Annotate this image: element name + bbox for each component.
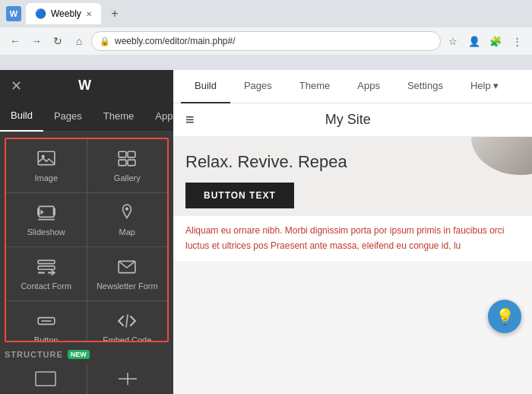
left-panel: ✕ W Build Pages Theme Apps Image [0, 70, 173, 394]
tab-theme[interactable]: Theme [93, 101, 144, 132]
editor-tab-pages[interactable]: Pages [230, 70, 286, 103]
address-bar[interactable]: 🔒 weebly.com/editor/main.php#/ [91, 31, 441, 51]
box-icon [35, 371, 56, 386]
svg-rect-19 [36, 372, 55, 386]
editor-topbar: Build Pages Theme Apps Settings Help ▾ [173, 70, 532, 103]
svg-rect-2 [119, 151, 126, 157]
left-panel-header: ✕ W [0, 70, 173, 101]
editor-tab-apps[interactable]: Apps [344, 70, 394, 103]
svg-rect-0 [38, 151, 55, 164]
widget-map[interactable]: Map [87, 193, 168, 246]
svg-line-18 [126, 314, 128, 327]
widget-embed-code[interactable]: Embed Code [87, 301, 168, 342]
widget-image-label: Image [34, 173, 58, 183]
menu-button[interactable]: ⋮ [508, 32, 526, 50]
fab-icon: 💡 [496, 307, 515, 326]
structure-item-box[interactable] [5, 364, 87, 394]
button-icon [36, 311, 56, 331]
browser-icon: W [6, 6, 21, 21]
tab-close-button[interactable]: ✕ [86, 10, 92, 18]
new-badge: NEW [68, 350, 90, 359]
svg-rect-9 [52, 208, 55, 215]
site-preview: ≡ My Site Relax. Revive. Repea BUTTON TE… [173, 103, 532, 261]
widget-button-label: Button [34, 335, 59, 342]
editor-tab-build[interactable]: Build [181, 70, 230, 103]
widget-button[interactable]: Button [6, 301, 87, 342]
slideshow-icon [36, 203, 56, 223]
editor-tab-settings[interactable]: Settings [394, 70, 457, 103]
hamburger-menu[interactable]: ≡ [185, 111, 195, 129]
divider-icon [117, 371, 138, 386]
tab-pages[interactable]: Pages [43, 101, 93, 132]
contact-form-icon [36, 257, 56, 277]
tab-apps[interactable]: Apps [144, 101, 173, 132]
content-section: Aliquam eu ornare nibh. Morbi dignissim … [173, 216, 532, 260]
profile-button[interactable]: 👤 [465, 32, 483, 50]
widget-slideshow-label: Slideshow [27, 227, 65, 237]
structure-item-divider[interactable] [87, 364, 169, 394]
svg-rect-3 [128, 151, 135, 157]
nav-actions: ☆ 👤 🧩 ⋮ [444, 32, 526, 50]
svg-rect-4 [119, 160, 126, 166]
new-tab-button[interactable]: + [106, 5, 124, 23]
hero-section: Relax. Revive. Repea BUTTON TEXT [173, 137, 532, 216]
widget-contact-form[interactable]: Contact Form [6, 247, 87, 300]
tab-build[interactable]: Build [0, 101, 43, 132]
weebly-logo: W [78, 78, 91, 94]
image-icon [36, 149, 56, 169]
preview-header: ≡ My Site [173, 103, 532, 137]
widget-contact-form-label: Contact Form [21, 281, 71, 291]
widget-slideshow[interactable]: Slideshow [6, 193, 87, 246]
map-icon [117, 203, 137, 223]
back-button[interactable]: ← [6, 32, 24, 50]
structure-grid [5, 364, 169, 394]
widget-gallery[interactable]: Gallery [87, 139, 168, 192]
widget-gallery-label: Gallery [114, 173, 141, 183]
bookmark-button[interactable]: ☆ [444, 32, 462, 50]
content-text-highlight: Aliquam eu ornare nibh. Morbi dignissim … [185, 225, 505, 250]
structure-header: STRUCTURE NEW [5, 350, 169, 359]
content-text: Aliquam eu ornare nibh. Morbi dignissim … [185, 224, 520, 253]
tab-title: Weebly [51, 8, 81, 19]
extension-button[interactable]: 🧩 [486, 32, 505, 50]
close-panel-button[interactable]: ✕ [11, 78, 22, 94]
structure-title: STRUCTURE [5, 350, 63, 359]
svg-rect-12 [38, 265, 55, 268]
hero-text: Relax. Revive. Repea [185, 152, 520, 172]
browser-chrome: W 🔵 Weebly ✕ + ← → ↻ ⌂ 🔒 weebly.com/edit… [0, 0, 532, 70]
nav-tabs: Build Pages Theme Apps [0, 101, 173, 132]
editor-tab-theme[interactable]: Theme [286, 70, 344, 103]
tab-favicon: 🔵 [35, 8, 46, 19]
title-bar: W 🔵 Weebly ✕ + [0, 0, 532, 27]
widget-map-label: Map [119, 227, 135, 237]
refresh-button[interactable]: ↻ [49, 32, 67, 50]
structure-section: STRUCTURE NEW [0, 345, 173, 394]
svg-rect-8 [37, 208, 40, 215]
svg-point-10 [125, 207, 128, 210]
widget-newsletter-form-label: Newsletter Form [97, 281, 158, 291]
right-panel: Build Pages Theme Apps Settings Help ▾ ≡… [173, 70, 532, 394]
forward-button[interactable]: → [27, 32, 46, 50]
lock-icon: 🔒 [100, 37, 110, 46]
editor-tab-help[interactable]: Help ▾ [457, 70, 512, 103]
svg-rect-11 [38, 260, 55, 263]
nav-bar: ← → ↻ ⌂ 🔒 weebly.com/editor/main.php#/ ☆… [0, 27, 532, 55]
home-button[interactable]: ⌂ [70, 32, 88, 50]
svg-rect-5 [128, 160, 135, 166]
widget-embed-code-label: Embed Code [103, 335, 151, 342]
address-text: weebly.com/editor/main.php#/ [115, 36, 236, 46]
fab-button[interactable]: 💡 [488, 300, 521, 333]
site-title: My Site [325, 112, 371, 128]
app-container: ✕ W Build Pages Theme Apps Image [0, 70, 532, 394]
widget-image[interactable]: Image [6, 139, 87, 192]
gallery-icon [117, 149, 137, 169]
widget-newsletter-form[interactable]: Newsletter Form [87, 247, 168, 300]
newsletter-icon [117, 257, 137, 277]
hero-button[interactable]: BUTTON TEXT [185, 183, 294, 208]
active-tab[interactable]: 🔵 Weebly ✕ [26, 3, 101, 24]
embed-code-icon [117, 311, 137, 331]
widget-grid: Image Gallery [5, 138, 169, 342]
editor-tabs: Build Pages Theme Apps Settings Help ▾ [181, 70, 512, 103]
